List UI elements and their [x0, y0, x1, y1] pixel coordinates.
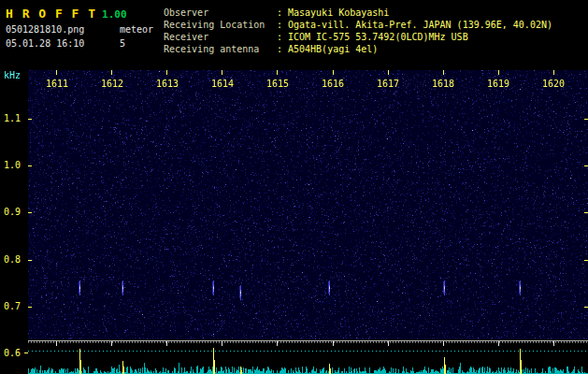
- frequency-axis-unit: kHz: [4, 70, 21, 80]
- frequency-tick-label: 0.6: [4, 348, 21, 358]
- time-tick-label: 1611: [45, 79, 69, 89]
- file-line: 0501281810.png meteor: [6, 24, 153, 36]
- info-label: Receiver: [164, 31, 277, 43]
- meteor-count: 5: [120, 38, 125, 50]
- station-info: Observer:Masayuki Kobayashi Receiving Lo…: [164, 7, 552, 55]
- frequency-tick-mark: [24, 352, 28, 353]
- time-tick-label: 1615: [265, 79, 290, 89]
- info-row-antenna: Receiving antenna:A504HB(yagi 4el): [164, 43, 552, 55]
- observation-mode: meteor: [120, 24, 153, 36]
- header-left: H R O F F T1.00 0501281810.png meteor 05…: [6, 4, 153, 50]
- frequency-tick-label: 0.9: [4, 207, 21, 217]
- frequency-tick-label: 0.8: [4, 254, 21, 265]
- time-ruler: [28, 339, 588, 347]
- time-tick-label: 1614: [210, 79, 235, 89]
- output-filename: 0501281810.png: [6, 24, 120, 36]
- info-value: A504HB(yagi 4el): [288, 43, 378, 55]
- spectrogram-canvas: [28, 70, 588, 339]
- info-colon: :: [277, 43, 288, 55]
- info-value: Ogata-vill. Akita-Pref. JAPAN (139.96E, …: [288, 19, 552, 31]
- info-colon: :: [277, 31, 288, 43]
- info-label: Observer: [164, 7, 277, 19]
- signal-level-strip: [28, 347, 588, 374]
- info-row-location: Receiving Location:Ogata-vill. Akita-Pre…: [164, 19, 552, 31]
- info-row-observer: Observer:Masayuki Kobayashi: [164, 7, 552, 19]
- info-colon: :: [277, 19, 288, 31]
- title-line: H R O F F T1.00: [6, 4, 153, 18]
- info-label: Receiving Location: [164, 19, 277, 31]
- time-tick-label: 1612: [100, 79, 124, 89]
- time-line: 05.01.28 16:10 5: [6, 38, 153, 50]
- start-datetime: 05.01.28 16:10: [6, 38, 120, 50]
- info-value: Masayuki Kobayashi: [288, 7, 389, 19]
- frequency-tick-label: 1.0: [4, 160, 21, 170]
- time-tick-label: 1619: [486, 79, 510, 89]
- time-tick-label: 1616: [321, 79, 345, 89]
- info-label: Receiving antenna: [164, 43, 277, 55]
- info-row-receiver: Receiver:ICOM IC-575 53.7492(0LCD)MHz US…: [164, 31, 552, 43]
- hrofft-window: H R O F F T1.00 0501281810.png meteor 05…: [0, 0, 588, 374]
- info-colon: :: [277, 7, 288, 19]
- header: H R O F F T1.00 0501281810.png meteor 05…: [0, 0, 588, 70]
- time-tick-label: 1618: [431, 79, 455, 89]
- time-tick-label: 1617: [376, 79, 400, 89]
- time-tick-label: 1620: [541, 79, 566, 89]
- info-value: ICOM IC-575 53.7492(0LCD)MHz USB: [288, 31, 468, 43]
- frequency-tick-label: 1.1: [4, 113, 21, 123]
- app-version: 1.00: [102, 8, 127, 21]
- app-title: H R O F F T: [6, 7, 96, 21]
- time-tick-label: 1613: [155, 79, 179, 89]
- frequency-tick-label: 0.7: [4, 301, 21, 311]
